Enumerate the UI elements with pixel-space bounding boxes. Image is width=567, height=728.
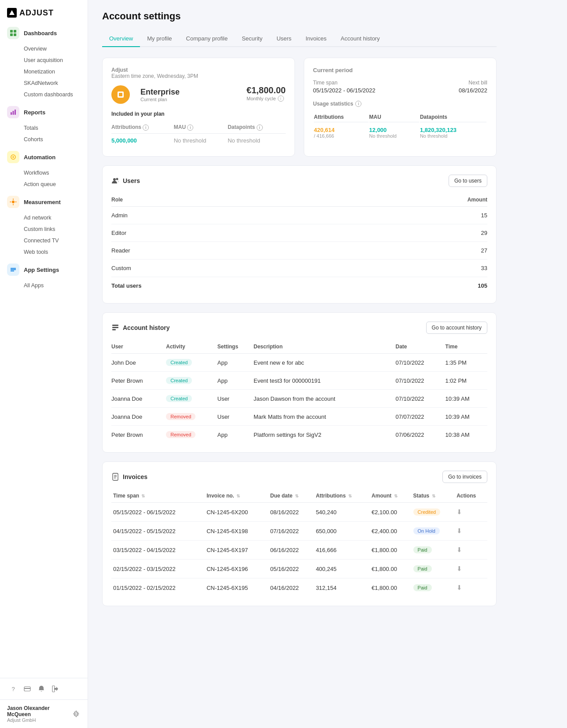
history-user: John Doe [111, 354, 166, 372]
inv-attributions: 650,000 [314, 522, 370, 541]
tab-users[interactable]: Users [269, 31, 298, 47]
inv-attributions: 312,154 [314, 578, 370, 597]
tab-overview[interactable]: Overview [102, 31, 140, 47]
tab-account-history[interactable]: Account history [334, 31, 387, 47]
next-bill-label: Next bill [459, 80, 487, 86]
history-user: Joanna Doe [111, 390, 166, 408]
sidebar-item-web-tools[interactable]: Web tools [0, 246, 88, 258]
usage-info-icon[interactable]: i [355, 101, 361, 107]
billing-icon[interactable] [21, 683, 33, 695]
sidebar-item-all-apps[interactable]: All Apps [0, 280, 88, 291]
inv-download[interactable]: ⬇ [455, 578, 487, 597]
sidebar-item-action-queue[interactable]: Action queue [0, 179, 88, 190]
sidebar-item-user-acquisition[interactable]: User acquisition [0, 55, 88, 66]
settings-icon[interactable] [72, 710, 81, 718]
tab-my-profile[interactable]: My profile [140, 31, 179, 47]
user-role: Admin [111, 207, 338, 224]
time-col-header: Time [446, 340, 487, 354]
plan-name: Enterprise [140, 88, 180, 97]
go-to-history-button[interactable]: Go to account history [426, 322, 487, 334]
dashboard-icon [7, 27, 19, 39]
tab-invoices[interactable]: Invoices [298, 31, 334, 47]
usage-mau-value: 12,000 No threshold [369, 123, 419, 142]
signout-icon[interactable] [49, 683, 62, 695]
users-total-row: Total users105 [111, 277, 487, 295]
attr-info-icon[interactable]: i [143, 124, 149, 131]
svg-rect-5 [11, 112, 12, 115]
svg-rect-22 [114, 476, 117, 477]
tab-security[interactable]: Security [235, 31, 269, 47]
svg-rect-14 [119, 93, 122, 96]
go-to-invoices-button[interactable]: Go to invoices [442, 471, 487, 483]
inv-number: CN-1245-6X196 [205, 560, 269, 578]
sidebar-section-automation: Automation Workflows Action queue [0, 147, 88, 190]
users-table: Role Amount Admin15Editor29Reader27Custo… [111, 193, 487, 294]
history-settings: User [217, 408, 254, 426]
total-value: 105 [338, 277, 487, 295]
history-section-title: Account history [111, 324, 170, 332]
history-date: 07/10/2022 [396, 354, 446, 372]
mau-info-icon[interactable]: i [187, 124, 193, 131]
inv-timespan: 04/15/2022 - 05/15/2022 [111, 522, 205, 541]
notifications-icon[interactable] [35, 683, 48, 695]
sidebar-item-totals[interactable]: Totals [0, 122, 88, 134]
help-icon[interactable]: ? [7, 683, 19, 695]
tab-company-profile[interactable]: Company profile [179, 31, 235, 47]
sidebar-item-overview[interactable]: Overview [0, 43, 88, 55]
download-icon[interactable]: ⬇ [457, 584, 462, 591]
sidebar-item-cohorts[interactable]: Cohorts [0, 134, 88, 145]
included-title: Included in your plan [111, 111, 286, 117]
inv-due: 05/16/2022 [269, 560, 314, 578]
dp-info-icon[interactable]: i [257, 124, 263, 131]
date-col-header: Date [396, 340, 446, 354]
sidebar-item-custom-links[interactable]: Custom links [0, 223, 88, 235]
download-icon[interactable]: ⬇ [457, 508, 462, 516]
go-to-users-button[interactable]: Go to users [449, 175, 487, 187]
sidebar-item-connected-tv[interactable]: Connected TV [0, 235, 88, 246]
inv-download[interactable]: ⬇ [455, 541, 487, 560]
cycle-info-icon[interactable]: i [278, 95, 284, 102]
sidebar-item-automation[interactable]: Automation [0, 147, 88, 167]
top-cards: Adjust Eastern time zone, Wednesday, 3PM… [102, 58, 497, 157]
history-user: Joanna Doe [111, 408, 166, 426]
company-name: Adjust Eastern time zone, Wednesday, 3PM [111, 67, 286, 79]
inv-download[interactable]: ⬇ [455, 522, 487, 541]
history-date: 07/06/2022 [396, 426, 446, 444]
logo-text: ADJUST [19, 8, 54, 18]
svg-point-15 [113, 178, 116, 181]
sidebar-item-dashboards[interactable]: Dashboards [0, 23, 88, 43]
automation-icon [7, 151, 19, 163]
download-icon[interactable]: ⬇ [457, 546, 462, 553]
download-icon[interactable]: ⬇ [457, 565, 462, 572]
sidebar-item-appsettings[interactable]: App Settings [0, 260, 88, 280]
history-date: 07/10/2022 [396, 390, 446, 408]
sidebar-section-reports: Reports Totals Cohorts [0, 102, 88, 145]
history-table-row: Peter Brown Created App Event test3 for … [111, 372, 487, 390]
sidebar-item-skadnetwork[interactable]: SKAdNetwork [0, 77, 88, 89]
time-span-label: Time span [313, 80, 376, 86]
inv-download[interactable]: ⬇ [455, 560, 487, 578]
download-icon[interactable]: ⬇ [457, 527, 462, 534]
user-amount: 29 [338, 224, 487, 242]
sidebar: ADJUST Dashboards Overview User acquisit… [0, 0, 88, 728]
plan-price-block: €1,800.00 Monthly cycle i [247, 85, 286, 102]
usage-dp-header: Datapoints [420, 112, 486, 122]
sidebar-item-ad-network[interactable]: Ad network [0, 212, 88, 223]
inv-number: CN-1245-6X195 [205, 578, 269, 597]
inv-download[interactable]: ⬇ [455, 503, 487, 522]
users-section-title: Users [111, 177, 140, 185]
sidebar-item-measurement[interactable]: Measurement [0, 192, 88, 212]
usage-mau-header: MAU [369, 112, 419, 122]
inv-due: 07/16/2022 [269, 522, 314, 541]
sidebar-item-monetization[interactable]: Monetization [0, 66, 88, 77]
sidebar-item-custom-dashboards[interactable]: Custom dashboards [0, 89, 88, 100]
svg-rect-2 [14, 30, 16, 33]
sidebar-item-reports[interactable]: Reports [0, 102, 88, 122]
time-span-block: Time span 05/15/2022 - 06/15/2022 [313, 80, 376, 94]
sidebar-item-workflows[interactable]: Workflows [0, 167, 88, 179]
inv-number-header: Invoice no. ⇅ [205, 489, 269, 503]
logo-icon [7, 8, 17, 18]
history-time: 1:35 PM [446, 354, 487, 372]
period-card-title: Current period [313, 67, 487, 73]
history-date: 07/10/2022 [396, 372, 446, 390]
